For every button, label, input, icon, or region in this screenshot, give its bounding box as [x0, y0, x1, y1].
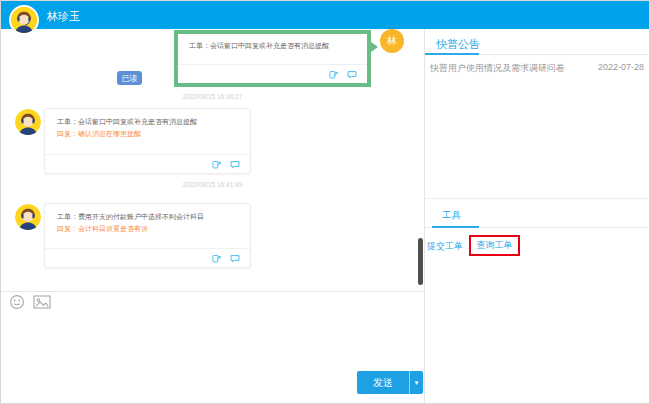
composer-divider: [1, 291, 424, 292]
person-headset-icon: [15, 109, 41, 135]
message-timestamp: 2022/08/15 16:41:49: [1, 181, 424, 188]
announcement-date: 2022-07-28: [598, 62, 644, 72]
announcement-title: 快普用户使用情况及需求调研问卷: [430, 62, 565, 75]
comment-icon[interactable]: [347, 70, 357, 79]
chevron-down-icon: ▼: [414, 380, 420, 386]
reply-text: 回复：会计科目设置是否有误: [45, 223, 250, 235]
message-actions: [45, 248, 250, 267]
app-window: 林珍玉 工单：会话窗口中回复或补充是否有消息提醒 林: [0, 0, 650, 404]
person-headset-icon: [11, 7, 37, 33]
sidebar-panel: 快普公告 快普用户使用情况及需求调研问卷 2022-07-28 工具 提交工单 …: [424, 29, 650, 404]
announcements-tabbar: 快普公告: [425, 33, 650, 55]
chat-panel: 工单：会话窗口中回复或补充是否有消息提醒 林 已读 2022/08/15 16:…: [1, 29, 424, 404]
person-headset-icon: [15, 204, 41, 230]
ticket-text: 工单：会话窗口中回复或补充是否有消息提醒: [45, 116, 250, 128]
chat-header: 林珍玉: [1, 1, 649, 29]
active-tab-underline: [425, 53, 479, 55]
comment-icon[interactable]: [230, 254, 240, 263]
forward-ticket-icon[interactable]: [212, 254, 221, 263]
message-card[interactable]: 工单：会话窗口中回复或补充是否有消息提醒 回复：确认消息在哪里提醒: [44, 108, 251, 174]
message-actions: [45, 154, 250, 173]
tab-tools[interactable]: 工具: [442, 209, 461, 222]
announcement-list-item[interactable]: 快普用户使用情况及需求调研问卷 2022-07-28: [425, 60, 650, 76]
message-actions: [178, 64, 367, 83]
ticket-text: 工单：会话窗口中回复或补充是否有消息提醒: [178, 34, 367, 64]
read-status-badge: 已读: [117, 71, 142, 85]
tools-tabbar: 工具: [425, 198, 650, 228]
customer-avatar: [9, 5, 39, 35]
customer-avatar: [15, 204, 41, 230]
sender-initial-badge: 林: [380, 29, 404, 53]
image-icon[interactable]: [33, 294, 51, 310]
active-tab-underline: [432, 226, 479, 228]
submit-ticket-link[interactable]: 提交工单: [427, 240, 463, 253]
message-tail: [371, 42, 378, 52]
query-ticket-highlight-box: 查询工单: [469, 235, 520, 256]
send-dropdown-button[interactable]: ▼: [409, 371, 423, 394]
chat-scrollbar-thumb[interactable]: [418, 238, 423, 285]
forward-ticket-icon[interactable]: [329, 70, 338, 79]
message-card-highlighted[interactable]: 工单：会话窗口中回复或补充是否有消息提醒: [174, 30, 371, 87]
tools-links-row: 提交工单 查询工单: [425, 233, 650, 259]
send-button-group: 发送 ▼: [357, 371, 423, 394]
emoji-icon[interactable]: [9, 294, 25, 310]
forward-ticket-icon[interactable]: [212, 160, 221, 169]
send-button[interactable]: 发送: [357, 371, 409, 394]
message-timestamp: 2022/08/15 16:36:27: [1, 93, 424, 100]
tab-announcements[interactable]: 快普公告: [436, 37, 480, 52]
reply-text: 回复：确认消息在哪里提醒: [45, 128, 250, 140]
customer-avatar: [15, 109, 41, 135]
ticket-text: 工单：费用开支的付款账户中选择不到会计科目: [45, 211, 250, 223]
message-card[interactable]: 工单：费用开支的付款账户中选择不到会计科目 回复：会计科目设置是否有误: [44, 203, 251, 268]
comment-icon[interactable]: [230, 160, 240, 169]
customer-name: 林珍玉: [47, 9, 80, 24]
query-ticket-link[interactable]: 查询工单: [477, 239, 513, 252]
